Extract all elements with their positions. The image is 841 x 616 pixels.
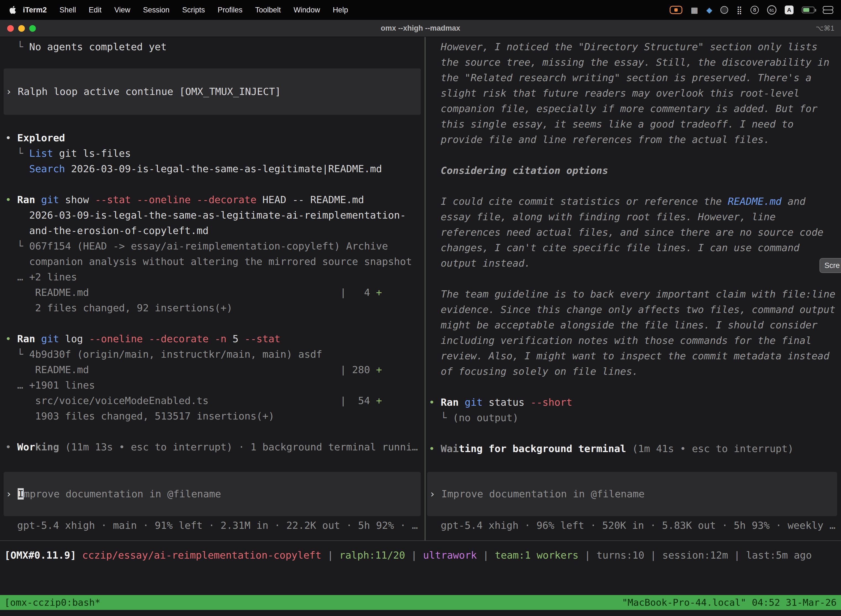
- text-segment: No agents completed yet: [29, 41, 167, 53]
- text-segment: |: [321, 550, 339, 561]
- right-terminal-pane[interactable]: However, I noticed the "Directory Struct…: [425, 37, 841, 540]
- ralph-inject-line: › Ralph loop active continue [OMX_TMUX_I…: [6, 84, 421, 99]
- text-segment: --short: [530, 397, 572, 408]
- text-segment: [429, 149, 435, 161]
- text-segment: 2026-03-09-is-legal-the-same-as-legitima…: [65, 163, 382, 175]
- grid-icon[interactable]: ▦: [691, 6, 698, 15]
- text-segment: › Ralph loop active continue [OMX_TMUX_I…: [6, 86, 281, 97]
- menu-item-window[interactable]: Window: [287, 6, 327, 14]
- terminal-line: • Waiting for background terminal (1m 41…: [429, 441, 841, 456]
- text-segment: show: [65, 194, 95, 205]
- text-segment: --oneline --decorate: [89, 333, 214, 345]
- text-segment: companion analysis without altering the …: [5, 256, 412, 267]
- text-segment: I: [18, 488, 24, 500]
- menu-item-shell[interactable]: Shell: [53, 6, 82, 14]
- text-segment: git: [464, 397, 489, 408]
- terminal-line: of focusing solely on file lines.: [429, 364, 841, 379]
- window-title-bar[interactable]: omx --xhigh --madmax ⌥⌘1: [0, 20, 841, 37]
- text-segment: Wor: [17, 441, 35, 453]
- menu-item-view[interactable]: View: [108, 6, 136, 14]
- text-segment: The team guideline is to back every impo…: [429, 288, 835, 300]
- prompt-input-right[interactable]: › Improve documentation in @filename: [427, 472, 837, 516]
- round-app-icon[interactable]: [721, 6, 728, 14]
- text-segment: Improve documentation in @filename: [441, 488, 645, 500]
- left-terminal-pane[interactable]: └ No agents completed yet › Ralph loop a…: [0, 37, 425, 540]
- screen: iTerm2ShellEditViewSessionScriptsProfile…: [0, 0, 841, 616]
- battery-icon[interactable]: [802, 7, 815, 13]
- text-segment: … +1901 lines: [5, 380, 95, 391]
- model-status-left: gpt-5.4 xhigh · main · 91% left · 2.31M …: [5, 518, 425, 533]
- text-segment: git: [41, 194, 65, 205]
- terminal-line: • Ran git log --oneline --decorate -n 5 …: [5, 331, 425, 347]
- menu-item-session[interactable]: Session: [136, 6, 176, 14]
- text-segment: └: [17, 41, 29, 53]
- terminal-line: 2 files changed, 92 insertions(+): [5, 300, 425, 316]
- menu-item-help[interactable]: Help: [327, 6, 355, 14]
- left-scrollback-top: └ No agents completed yet: [5, 39, 425, 55]
- text-segment: [429, 381, 435, 392]
- text-segment: essay file, along with finding root file…: [429, 211, 776, 223]
- text-segment: this single essay, it seems like a good …: [429, 119, 794, 130]
- apple-menu-icon[interactable]: [9, 6, 16, 14]
- text-segment: +: [376, 364, 382, 375]
- text-segment: [5, 349, 17, 360]
- terminal-line: [OMX#0.11.9] cczip/essay/ai-reimplementa…: [4, 547, 812, 563]
- keyboard-a-icon[interactable]: A: [785, 6, 794, 14]
- key-8-icon[interactable]: 8: [750, 6, 759, 14]
- control-center-icon[interactable]: [823, 6, 833, 14]
- terminal-line: and-the-erosion-of-copyleft.md: [5, 223, 425, 238]
- text-segment: •: [5, 441, 17, 453]
- screen-recording-indicator[interactable]: [670, 6, 682, 14]
- terminal-line: README.md | 280 +: [5, 362, 425, 378]
- terminal-line: the source tree, missing the essay. Stil…: [429, 55, 841, 70]
- terminal-line: Considering citation options: [429, 163, 841, 178]
- text-segment: review. Also, I might want to inspect th…: [429, 350, 829, 362]
- gauge-61-icon[interactable]: 61: [767, 5, 777, 15]
- text-segment: src/voice/voiceModeEnabled.ts | 54: [5, 395, 376, 406]
- blue-app-icon[interactable]: ◆: [706, 6, 712, 15]
- terminal-line: I could cite commit statistics or refere…: [429, 194, 841, 209]
- text-segment: Wai: [441, 443, 459, 454]
- text-segment: +: [376, 395, 382, 406]
- text-segment: gpt-5.4 xhigh · main · 91% left · 2.31M …: [5, 520, 418, 531]
- text-segment: [5, 426, 11, 437]
- text-segment: [429, 273, 435, 284]
- menu-item-scripts[interactable]: Scripts: [176, 6, 211, 14]
- terminal-line: 2026-03-09-is-legal-the-same-as-legitima…: [5, 208, 425, 223]
- terminal-line: [429, 147, 841, 163]
- terminal-line: this single essay, it seems like a good …: [429, 116, 841, 132]
- text-segment: •: [5, 333, 17, 345]
- menu-item-toolbelt[interactable]: Toolbelt: [249, 6, 287, 14]
- text-segment: git ls-files: [53, 148, 131, 159]
- text-segment: including verification notes with those …: [429, 335, 812, 346]
- text-segment: git: [41, 333, 65, 345]
- text-segment: |: [579, 550, 596, 561]
- screen-tooltip: Scre: [819, 258, 841, 273]
- text-segment: and-the-erosion-of-copyleft.md: [5, 225, 209, 236]
- terminal-line: README.md | 4 +: [5, 285, 425, 300]
- terminal-line: gpt-5.4 xhigh · main · 91% left · 2.31M …: [5, 518, 425, 533]
- terminal-line: … +2 lines: [5, 269, 425, 285]
- menu-item-edit[interactable]: Edit: [82, 6, 108, 14]
- terminal-line: … +1901 lines: [5, 378, 425, 393]
- terminal-line: └ 067f154 (HEAD -> essay/ai-reimplementa…: [5, 238, 425, 254]
- terminal-line: › Ralph loop active continue [OMX_TMUX_I…: [6, 84, 421, 99]
- text-segment: turns:10: [596, 550, 644, 561]
- prompt-input-left[interactable]: › Improve documentation in @filename: [4, 472, 421, 516]
- text-segment: status: [489, 397, 530, 408]
- text-segment: ralph:11/20: [339, 550, 405, 561]
- text-segment: -n: [215, 333, 233, 345]
- terminal-line: companion file, especially if more comme…: [429, 101, 841, 116]
- menu-item-profiles[interactable]: Profiles: [211, 6, 249, 14]
- tmux-session-window: [omx-cczip0:bash*: [4, 597, 100, 608]
- terminal-line: › Improve documentation in @filename: [429, 486, 837, 502]
- text-segment: king: [35, 441, 59, 453]
- terminal-line: [429, 271, 841, 286]
- text-segment: Ran: [17, 333, 41, 345]
- terminal-line: including verification notes with those …: [429, 333, 841, 348]
- dots-grid-icon[interactable]: ⣿: [736, 6, 742, 15]
- menu-item-iterm2[interactable]: iTerm2: [16, 6, 53, 14]
- terminal-line: └ 4b9d30f (origin/main, instructkr/main,…: [5, 347, 425, 362]
- text-segment: changes, I can't cite specific file line…: [429, 242, 800, 253]
- omx-status-bar: [OMX#0.11.9] cczip/essay/ai-reimplementa…: [0, 541, 841, 570]
